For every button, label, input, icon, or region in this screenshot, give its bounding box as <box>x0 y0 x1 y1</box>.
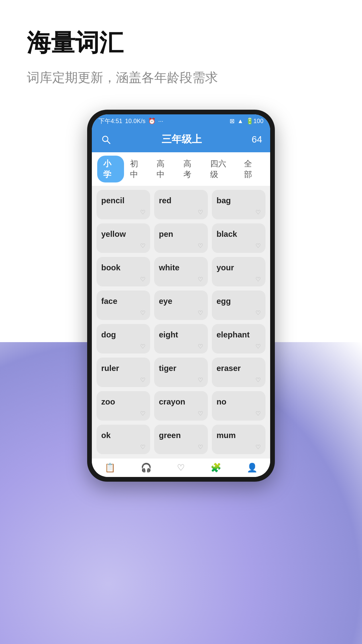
word-label: elephant <box>217 330 250 339</box>
word-card[interactable]: crayon♡ <box>154 391 208 421</box>
word-label: bag <box>217 196 231 205</box>
phone-frame: 下午4:51 10.0K/s ⏰ ··· ⊠ ▲ 🔋100 <box>87 110 275 482</box>
word-label: dog <box>101 330 116 339</box>
word-label: green <box>159 431 181 440</box>
word-label: your <box>217 263 234 272</box>
word-label: black <box>217 229 237 239</box>
favorite-icon[interactable]: ♡ <box>198 242 203 250</box>
nav-profile[interactable]: 👤 <box>247 463 257 474</box>
nav-favorites[interactable]: ♡ <box>177 463 185 474</box>
word-card[interactable]: zoo♡ <box>97 391 150 421</box>
favorite-icon[interactable]: ♡ <box>255 309 261 317</box>
favorite-icon[interactable]: ♡ <box>255 209 261 216</box>
tab-all[interactable]: 全部 <box>238 156 265 182</box>
favorite-icon[interactable]: ♡ <box>198 276 203 283</box>
word-card[interactable]: tiger♡ <box>154 358 208 387</box>
tab-primary[interactable]: 小学 <box>97 156 124 182</box>
favorite-icon[interactable]: ♡ <box>140 343 145 350</box>
word-card[interactable]: pencil♡ <box>97 190 150 219</box>
favorite-icon[interactable]: ♡ <box>140 376 145 384</box>
word-label: crayon <box>159 397 185 407</box>
search-button[interactable] <box>100 133 112 146</box>
word-card[interactable]: mum♡ <box>212 425 265 454</box>
sub-title: 词库定期更新，涵盖各年龄段需求 <box>27 69 335 86</box>
word-card[interactable]: pen♡ <box>154 223 208 253</box>
favorite-icon[interactable]: ♡ <box>198 209 203 216</box>
main-title: 海量词汇 <box>27 27 335 59</box>
word-card[interactable]: eraser♡ <box>212 358 265 387</box>
word-card[interactable]: egg♡ <box>212 290 265 320</box>
page-background: 海量词汇 词库定期更新，涵盖各年龄段需求 下午4:51 10.0K/s ⏰ ··… <box>0 0 362 644</box>
favorite-icon[interactable]: ♡ <box>140 410 145 417</box>
study-icon: 🎧 <box>141 463 152 473</box>
status-right: ⊠ ▲ 🔋100 <box>230 117 263 125</box>
expand-icon: 🧩 <box>210 463 221 473</box>
word-card[interactable]: eight♡ <box>154 324 208 354</box>
word-card[interactable]: bag♡ <box>212 190 265 219</box>
word-card[interactable]: ok♡ <box>97 425 150 454</box>
favorite-icon[interactable]: ♡ <box>140 309 145 317</box>
word-card[interactable]: eye♡ <box>154 290 208 320</box>
tab-gaokao[interactable]: 高考 <box>177 156 204 182</box>
favorite-icon[interactable]: ♡ <box>198 376 203 384</box>
tab-middle[interactable]: 初中 <box>124 156 151 182</box>
favorite-icon[interactable]: ♡ <box>255 343 261 350</box>
phone-wrapper: 下午4:51 10.0K/s ⏰ ··· ⊠ ▲ 🔋100 <box>0 110 362 482</box>
header-title: 三年级上 <box>162 132 202 146</box>
favorite-icon[interactable]: ♡ <box>140 209 145 216</box>
favorite-icon[interactable]: ♡ <box>140 276 145 283</box>
word-card[interactable]: yellow♡ <box>97 223 150 253</box>
word-label: pen <box>159 229 173 239</box>
word-card[interactable]: book♡ <box>97 257 150 286</box>
word-card[interactable]: green♡ <box>154 425 208 454</box>
favorite-icon[interactable]: ♡ <box>140 242 145 250</box>
word-card[interactable]: dog♡ <box>97 324 150 354</box>
tab-high[interactable]: 高中 <box>150 156 177 182</box>
tabs-bar: 小学 初中 高中 高考 四六级 全部 <box>92 152 270 186</box>
favorite-icon[interactable]: ♡ <box>198 443 203 451</box>
favorite-icon[interactable]: ♡ <box>255 276 261 283</box>
favorite-icon[interactable]: ♡ <box>198 343 203 350</box>
word-card[interactable]: black♡ <box>212 223 265 253</box>
word-card[interactable]: ruler♡ <box>97 358 150 387</box>
word-card[interactable]: no♡ <box>212 391 265 421</box>
favorite-icon[interactable]: ♡ <box>255 242 261 250</box>
top-section: 海量词汇 词库定期更新，涵盖各年龄段需求 <box>0 0 362 100</box>
battery-icon: 🔋100 <box>246 117 263 125</box>
word-label: pencil <box>101 196 124 205</box>
word-label: ruler <box>101 364 119 373</box>
favorite-icon[interactable]: ♡ <box>255 376 261 384</box>
word-card[interactable]: red♡ <box>154 190 208 219</box>
word-label: ok <box>101 431 111 440</box>
word-grid: pencil♡red♡bag♡yellow♡pen♡black♡book♡whi… <box>92 186 270 458</box>
word-label: eye <box>159 297 172 306</box>
svg-line-1 <box>107 141 110 144</box>
word-card[interactable]: white♡ <box>154 257 208 286</box>
nav-study[interactable]: 🎧 <box>141 463 152 474</box>
sim-icon: ⊠ <box>230 117 235 125</box>
word-label: tiger <box>159 364 176 373</box>
bottom-nav: 📋 🎧 ♡ 🧩 👤 <box>92 458 270 477</box>
word-label: face <box>101 297 117 306</box>
word-label: yellow <box>101 229 126 239</box>
word-card[interactable]: your♡ <box>212 257 265 286</box>
word-label: eraser <box>217 364 241 373</box>
word-card[interactable]: face♡ <box>97 290 150 320</box>
tab-cet[interactable]: 四六级 <box>204 156 238 182</box>
favorite-icon[interactable]: ♡ <box>198 410 203 417</box>
nav-vocabulary[interactable]: 📋 <box>105 463 115 474</box>
word-card[interactable]: elephant♡ <box>212 324 265 354</box>
word-count: 64 <box>252 134 262 145</box>
favorite-icon[interactable]: ♡ <box>255 410 261 417</box>
nav-expand[interactable]: 🧩 <box>210 463 221 474</box>
favorite-icon[interactable]: ♡ <box>140 443 145 451</box>
alarm-icon: ⏰ <box>148 117 156 125</box>
word-label: book <box>101 263 120 272</box>
word-label: no <box>217 397 226 407</box>
favorite-icon[interactable]: ♡ <box>255 443 261 451</box>
favorite-icon[interactable]: ♡ <box>198 309 203 317</box>
word-label: eight <box>159 330 178 339</box>
word-label: zoo <box>101 397 115 407</box>
status-bar: 下午4:51 10.0K/s ⏰ ··· ⊠ ▲ 🔋100 <box>92 114 270 128</box>
dots-icon: ··· <box>158 118 163 125</box>
